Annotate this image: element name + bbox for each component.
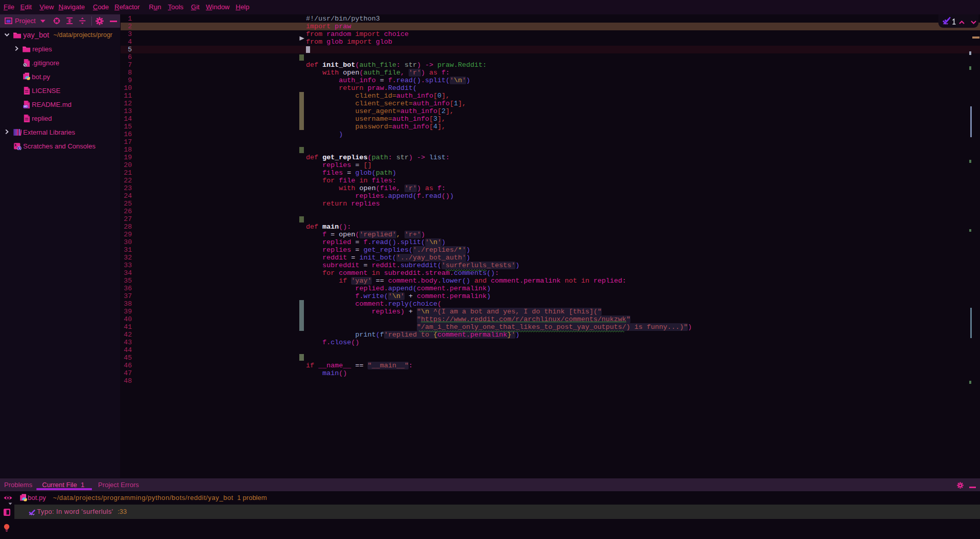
svg-text:MD: MD bbox=[24, 105, 28, 108]
